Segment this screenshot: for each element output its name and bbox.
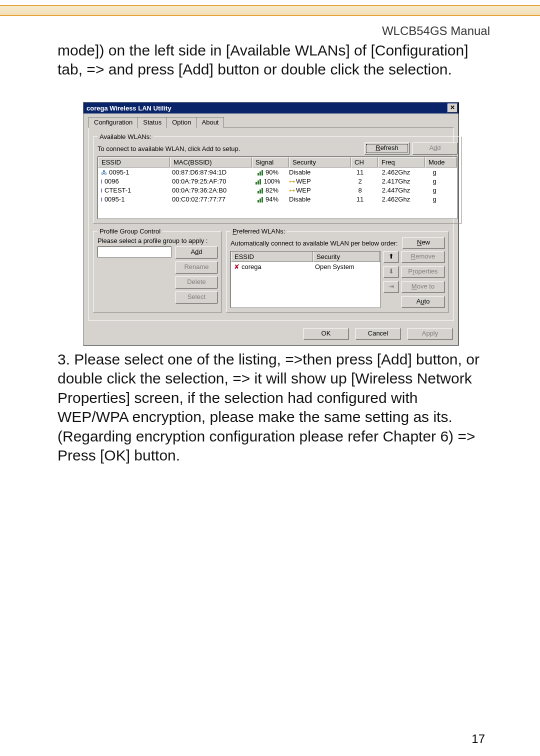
instruction-step-3: 3. Please select one of the listing, =>t… <box>58 350 490 465</box>
remove-button[interactable]: Remove <box>402 251 444 263</box>
profile-icon: ✘ <box>234 263 240 270</box>
tab-status[interactable]: Status <box>138 117 167 128</box>
key-icon: ⊶ <box>289 178 295 185</box>
apply-button[interactable]: Apply <box>408 328 452 340</box>
list-item[interactable]: 🖧0095-1 00:87:D6:87:94:1D 90% Disable 11… <box>98 168 457 176</box>
list-item[interactable]: i0095-1 00:C0:02:77:77:77 94% Disable 11… <box>98 194 457 204</box>
col-essid[interactable]: ESSID <box>98 157 170 168</box>
list-item[interactable]: ✘corega Open System <box>231 262 380 271</box>
signal-icon <box>258 188 264 194</box>
add-wlan-button[interactable]: Add <box>412 142 458 154</box>
arrow-up-icon: ⬆ <box>388 252 394 260</box>
col-security[interactable]: Security <box>289 157 351 168</box>
col-freq[interactable]: Freq <box>378 157 425 168</box>
profile-delete-button[interactable]: Delete <box>176 276 218 288</box>
arrow-end-icon: ⇥ <box>388 282 394 290</box>
profile-caption: Please select a profile group to apply : <box>98 237 218 244</box>
new-button[interactable]: New <box>402 237 444 249</box>
info-icon: i <box>101 178 102 185</box>
move-up-button[interactable]: ⬆ <box>384 251 398 263</box>
move-end-button[interactable]: ⇥ <box>384 281 398 293</box>
tab-about[interactable]: About <box>196 117 224 128</box>
profile-group-legend: Profile Group Control <box>98 228 162 235</box>
list-item[interactable]: iCTEST-1 00:0A:79:36:2A:B0 82% ⊶WEP 8 2.… <box>98 186 457 194</box>
ok-button[interactable]: OK <box>304 328 348 340</box>
dialog-button-row: OK Cancel Apply <box>84 325 458 345</box>
manual-page: WLCB54GS Manual mode]) on the left side … <box>0 0 540 756</box>
available-caption: To connect to available WLAN, click Add … <box>98 145 362 152</box>
list-body: 🖧0095-1 00:87:D6:87:94:1D 90% Disable 11… <box>98 168 457 218</box>
tab-option[interactable]: Option <box>166 117 196 128</box>
col-ch[interactable]: CH <box>351 157 378 168</box>
available-wlans-legend: Available WLANs: <box>98 133 154 140</box>
list-item[interactable]: i0096 00:0A:79:25:AF:70 100% ⊶WEP 2 2.41… <box>98 176 457 186</box>
col-mac[interactable]: MAC(BSSID) <box>170 157 252 168</box>
header-decoration <box>0 5 540 16</box>
preferred-wlans-group: Preferred WLANs: Automatically connect t… <box>226 228 449 312</box>
info-icon: i <box>101 186 102 194</box>
cancel-button[interactable]: Cancel <box>356 328 400 340</box>
tab-content: Available WLANs: To connect to available… <box>88 128 454 321</box>
arrow-down-icon: ⬇ <box>388 268 394 275</box>
wlan-utility-window: corega Wireless LAN Utility ✕ Configurat… <box>83 102 459 346</box>
signal-icon <box>258 196 264 202</box>
profile-add-button[interactable]: Add <box>176 246 218 258</box>
profile-group-display <box>98 246 172 258</box>
title-bar: corega Wireless LAN Utility ✕ <box>84 102 458 114</box>
pref-col-security[interactable]: Security <box>313 252 380 262</box>
key-icon: ⊶ <box>289 187 295 194</box>
properties-button[interactable]: Properties <box>402 266 444 278</box>
close-button[interactable]: ✕ <box>448 104 458 112</box>
profile-rename-button[interactable]: Rename <box>176 262 218 274</box>
tab-strip: Configuration Status Option About <box>88 116 454 128</box>
list-header: ESSID MAC(BSSID) Signal Security CH Freq… <box>98 157 457 168</box>
tab-configuration[interactable]: Configuration <box>88 117 138 128</box>
manual-title: WLCB54GS Manual <box>382 24 490 38</box>
preferred-list[interactable]: ESSID Security ✘corega Open System <box>230 251 380 308</box>
auto-button[interactable]: Auto <box>402 296 444 308</box>
page-number: 17 <box>472 732 485 746</box>
available-wlans-list[interactable]: ESSID MAC(BSSID) Signal Security CH Freq… <box>98 156 458 219</box>
col-signal[interactable]: Signal <box>252 157 289 168</box>
available-wlans-group: Available WLANs: To connect to available… <box>93 133 462 224</box>
col-mode[interactable]: Mode <box>425 157 457 168</box>
network-icon: 🖧 <box>101 169 107 176</box>
move-down-button[interactable]: ⬇ <box>384 266 398 278</box>
signal-icon <box>258 170 264 176</box>
pref-col-essid[interactable]: ESSID <box>231 252 313 262</box>
refresh-button[interactable]: Refresh <box>364 142 410 154</box>
preferred-caption: Automatically connect to available WLAN … <box>230 240 398 247</box>
profile-select-button[interactable]: Select <box>176 292 218 304</box>
info-icon: i <box>101 196 102 203</box>
instruction-paragraph-continued: mode]) on the left side in [Available WL… <box>58 41 490 80</box>
moveto-button[interactable]: Move to <box>402 281 444 293</box>
window-title: corega Wireless LAN Utility <box>86 104 172 112</box>
profile-group-control: Profile Group Control Please select a pr… <box>93 228 222 312</box>
preferred-legend: Preferred WLANs: <box>230 228 287 235</box>
signal-icon <box>256 178 262 184</box>
